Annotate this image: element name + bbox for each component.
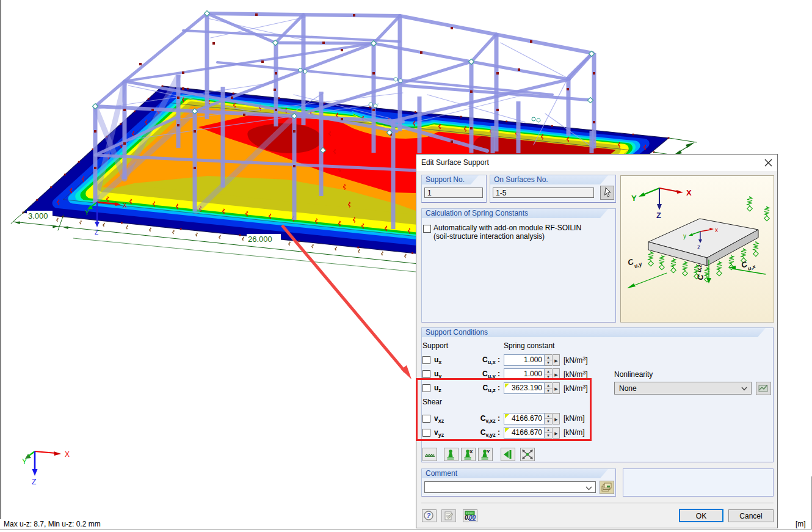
svg-text:Y: Y (631, 194, 637, 203)
svg-text:u,y: u,y (633, 261, 643, 269)
svg-text:Z: Z (32, 478, 36, 486)
svg-text:Y: Y (487, 449, 490, 454)
svg-text:X: X (469, 449, 473, 454)
svg-text:Y: Y (22, 457, 27, 466)
svg-text:X: X (686, 188, 692, 197)
svg-text:00: 00 (469, 514, 476, 521)
svg-text:?: ? (427, 512, 431, 519)
svg-text:z: z (697, 244, 700, 250)
svg-text:26.000: 26.000 (248, 235, 272, 244)
svg-text:y: y (683, 233, 686, 239)
svg-text:Y: Y (85, 210, 89, 216)
svg-text:x: x (715, 227, 718, 233)
svg-text:C: C (695, 274, 705, 280)
svg-text:3.000: 3.000 (28, 211, 48, 220)
svg-text:X: X (123, 202, 127, 209)
svg-text:Z: Z (95, 229, 98, 236)
svg-text:X: X (65, 450, 70, 459)
svg-text:u,x: u,x (747, 263, 757, 272)
svg-text:u,z: u,z (696, 264, 703, 272)
svg-text:Z: Z (656, 211, 661, 220)
